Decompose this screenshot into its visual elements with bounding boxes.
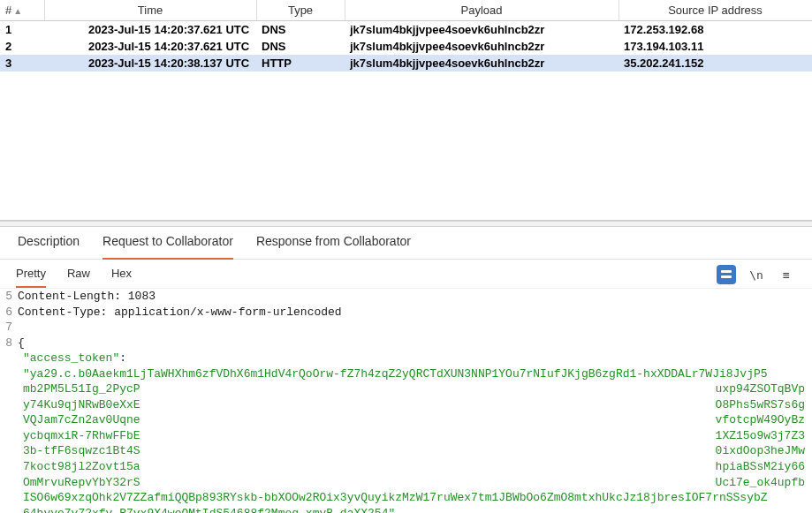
code-text: Content-Length: 1083 [18,289,808,305]
svg-rect-1 [721,275,732,278]
cell-time: 2023-Jul-15 14:20:37.621 UTC [44,21,256,38]
code-text: "ya29.c.b0Aaekm1LjTaWHXhm6zfVDhX6m1HdV4r… [4,366,808,382]
cell-payload: jk7slum4bkjjvpee4soevk6uhlncb2zr [345,38,618,55]
menu-icon[interactable]: ≡ [777,265,796,284]
actions-icon[interactable] [717,265,736,284]
split-divider[interactable] [0,221,812,227]
tab-request[interactable]: Request to Collaborator [102,234,233,253]
cell-time: 2023-Jul-15 14:20:38.137 UTC [44,55,256,72]
cell-ip: 172.253.192.68 [618,21,812,38]
line-gutter: 6 [4,305,18,321]
tab-pretty[interactable]: Pretty [16,267,46,283]
view-tabs: Pretty Raw Hex \n ≡ [0,260,812,289]
code-text: OmMrvuRepvYbY32rSUci7e_ok4upfb [4,475,808,491]
code-text: ISO6w69xzqOhk2V7ZZafmiQQBp893RYskb-bbXOO… [4,490,808,506]
code-text: mb2PM5L51Ig_2PycPuxp94ZSOTqBVp [4,381,808,397]
cell-type: HTTP [256,55,345,72]
code-text: 64hvvo7y72xfv-R7vx9X4weQMtIdS54688f2Mmog… [4,506,808,513]
svg-rect-0 [721,270,732,273]
newline-toggle-icon[interactable]: \n [747,265,766,284]
code-text: { [18,336,808,351]
code-text: "access_token": [4,351,808,366]
code-text: VQJam7cZn2av0UqnevfotcpW49OyBz [4,412,808,428]
cell-time: 2023-Jul-15 14:20:37.621 UTC [44,38,256,55]
code-text: ycbqmxiR-7RhwFFbE1XZ15o9w3j7Z3 [4,428,808,444]
table-row[interactable]: 32023-Jul-15 14:20:38.137 UTCHTTPjk7slum… [0,55,812,72]
line-gutter: 5 [4,289,18,305]
code-text: y74Ku9qjNRwB0eXxEO8Phs5wRS7s6g [4,397,808,413]
col-header-ip[interactable]: Source IP address [618,0,812,21]
tab-raw[interactable]: Raw [67,267,90,283]
code-viewer[interactable]: 5Content-Length: 1083 6Content-Type: app… [0,289,812,513]
col-header-payload[interactable]: Payload [345,0,618,21]
line-gutter: 8 [4,336,18,351]
table-row[interactable]: 22023-Jul-15 14:20:37.621 UTCDNSjk7slum4… [0,38,812,55]
table-row[interactable]: 12023-Jul-15 14:20:37.621 UTCDNSjk7slum4… [0,21,812,38]
col-header-time[interactable]: Time [44,0,256,21]
cell-num: 2 [0,38,44,55]
code-text: 3b-tfF6sqwzc1Bt4S0ixdOop3heJMw [4,443,808,459]
cell-num: 3 [0,55,44,72]
col-header-num[interactable]: #▲ [0,0,44,21]
tab-response[interactable]: Response from Collaborator [256,234,411,253]
code-text [18,320,808,336]
tab-hex[interactable]: Hex [111,267,132,283]
code-text: Content-Type: application/x-www-form-url… [18,305,808,321]
cell-type: DNS [256,21,345,38]
col-header-type[interactable]: Type [256,0,345,21]
cell-ip: 35.202.241.152 [618,55,812,72]
line-gutter: 7 [4,320,18,336]
cell-payload: jk7slum4bkjjvpee4soevk6uhlncb2zr [345,55,618,72]
cell-num: 1 [0,21,44,38]
code-text: 7koct98jl2Zovt15ahpiaBSsM2iy66 [4,459,808,475]
cell-payload: jk7slum4bkjjvpee4soevk6uhlncb2zr [345,21,618,38]
cell-type: DNS [256,38,345,55]
sort-asc-icon: ▲ [13,6,22,16]
tab-description[interactable]: Description [18,234,80,253]
table-header-row: #▲ Time Type Payload Source IP address [0,0,812,21]
cell-ip: 173.194.103.11 [618,38,812,55]
detail-tabs: Description Request to Collaborator Resp… [0,227,812,260]
